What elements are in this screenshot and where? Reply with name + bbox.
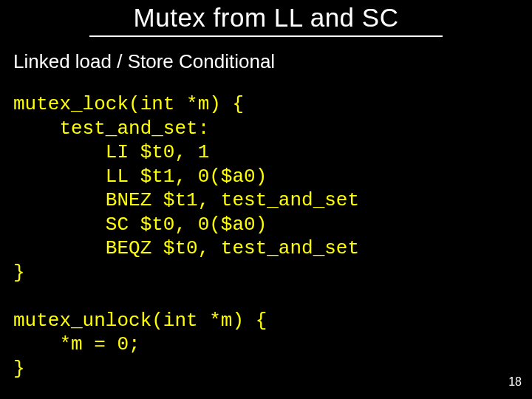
code-line: mutex_lock(int *m) { xyxy=(13,93,244,115)
code-line: BEQZ $t0, test_and_set xyxy=(13,237,359,259)
code-line: } xyxy=(13,358,25,380)
slide-title: Mutex from LL and SC xyxy=(89,3,443,37)
slide-subtitle: Linked load / Store Conditional xyxy=(13,50,532,73)
page-number: 18 xyxy=(508,375,522,389)
code-line: mutex_unlock(int *m) { xyxy=(13,310,267,332)
code-line: LI $t0, 1 xyxy=(13,141,209,163)
code-block: mutex_lock(int *m) { test_and_set: LI $t… xyxy=(13,92,532,381)
code-line: SC $t0, 0($a0) xyxy=(13,214,267,236)
code-line: } xyxy=(13,262,25,284)
slide: Mutex from LL and SC Linked load / Store… xyxy=(0,0,532,399)
code-line: BNEZ $t1, test_and_set xyxy=(13,189,359,211)
title-wrap: Mutex from LL and SC xyxy=(0,0,532,37)
code-line: LL $t1, 0($a0) xyxy=(13,166,267,188)
code-line: *m = 0; xyxy=(13,333,140,355)
code-line: test_and_set: xyxy=(13,117,209,140)
